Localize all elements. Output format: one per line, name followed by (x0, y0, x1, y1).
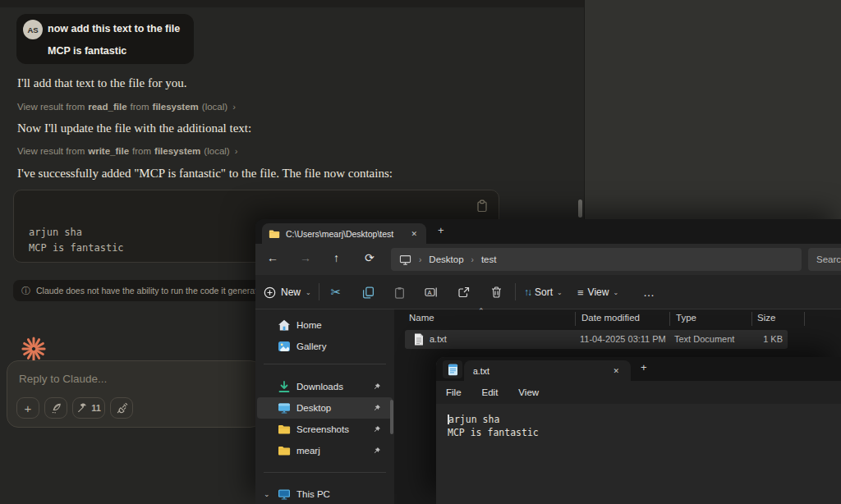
svg-text:A: A (428, 289, 432, 296)
view-button[interactable]: ≡ View ⌄ (577, 282, 618, 303)
column-header-type[interactable]: Type (676, 313, 696, 323)
view-lines-icon: ≡ (577, 286, 584, 299)
chevron-down-icon: ⌄ (557, 289, 563, 296)
forward-icon[interactable]: → (300, 251, 311, 264)
column-header-size[interactable]: Size (757, 313, 775, 323)
text-file-icon (414, 333, 424, 346)
sidebar-item-mearj[interactable]: mearj (257, 440, 393, 461)
menu-file[interactable]: File (446, 387, 462, 397)
chevron-right-icon: › (471, 255, 474, 264)
menu-edit[interactable]: Edit (482, 387, 499, 397)
sidebar-item-this-pc[interactable]: ⌄ This PC (257, 483, 393, 504)
tools-button[interactable]: 11 (72, 397, 105, 419)
menu-view[interactable]: View (518, 387, 539, 397)
reply-composer[interactable]: Reply to Claude... + 11 (7, 360, 262, 428)
trash-icon (491, 286, 502, 298)
sidebar-scrollbar[interactable] (390, 400, 393, 434)
tool-name: read_file (88, 102, 126, 112)
plug-icon (116, 402, 128, 415)
chat-scrollbar[interactable] (578, 199, 582, 218)
pin-icon (373, 404, 381, 412)
sidebar-item-downloads[interactable]: Downloads (257, 376, 393, 397)
rename-icon: A (425, 286, 438, 298)
file-size: 1 KB (732, 334, 783, 344)
claude-titlebar (0, 0, 584, 7)
back-icon[interactable]: ← (267, 251, 278, 264)
paste-button[interactable] (388, 281, 411, 304)
assistant-message: Now I'll update the file with the additi… (17, 121, 251, 135)
reply-input[interactable]: Reply to Claude... (19, 373, 107, 385)
chevron-right-icon: › (232, 102, 236, 112)
copy-button[interactable] (356, 281, 379, 304)
copy-icon[interactable] (476, 199, 488, 213)
up-icon[interactable]: ↑ (333, 251, 339, 264)
pin-icon (373, 383, 381, 391)
ellipsis-icon: … (643, 286, 655, 299)
search-input[interactable]: Searc (808, 248, 841, 271)
more-options-button[interactable]: … (643, 282, 655, 303)
quill-icon (50, 402, 62, 415)
share-button[interactable] (452, 281, 475, 304)
sidebar-item-home[interactable]: Home (257, 314, 393, 336)
assistant-message: I'll add that text to the file for you. (17, 76, 186, 90)
rename-button[interactable]: A (420, 281, 443, 304)
editor-line: arjun sha (448, 414, 499, 425)
user-message-line: now add this text to the file (48, 23, 180, 34)
chevron-down-icon: ⌄ (306, 289, 311, 296)
column-header-date[interactable]: Date modified (581, 313, 640, 323)
file-row-a-txt[interactable]: a.txt 11-04-2025 03:11 PM Text Document … (405, 330, 788, 349)
notepad-titlebar: a.txt ✕ + (436, 357, 841, 381)
cut-button[interactable]: ✂ (324, 281, 347, 304)
folder-icon (269, 229, 280, 239)
breadcrumb-item-desktop[interactable]: Desktop (429, 254, 463, 264)
user-message-bubble: AS now add this text to the file MCP is … (16, 14, 194, 64)
breadcrumb-item-test[interactable]: test (481, 254, 497, 264)
sidebar-item-gallery[interactable]: Gallery (257, 336, 393, 357)
refresh-icon[interactable]: ⟳ (365, 251, 375, 264)
notepad-window: a.txt ✕ + File Edit View arjun sha MCP i… (436, 357, 841, 504)
new-tab-icon[interactable]: + (641, 361, 647, 373)
code-content: arjun sha MCP is fantastic (29, 225, 124, 256)
user-avatar: AS (23, 20, 43, 39)
sidebar-item-desktop[interactable]: Desktop (257, 397, 393, 419)
user-message-line: MCP is fantastic (48, 45, 126, 57)
tools-count: 11 (91, 403, 101, 413)
notepad-tab[interactable]: a.txt ✕ (464, 360, 631, 381)
new-button[interactable]: New ⌄ (264, 282, 311, 303)
sort-ascending-icon: ⌃ (478, 307, 485, 315)
new-tab-icon[interactable]: + (438, 224, 444, 236)
pin-icon (373, 447, 381, 455)
style-button[interactable] (44, 397, 67, 419)
tab-close-icon[interactable]: ✕ (610, 365, 622, 377)
tool-result-link-read-file[interactable]: View result from read_file from filesyst… (17, 102, 236, 112)
file-date: 11-04-2025 03:11 PM (580, 334, 666, 344)
tool-name: write_file (88, 146, 129, 156)
gallery-icon (278, 340, 291, 353)
sort-button[interactable]: ↑↓ Sort ⌄ (524, 282, 563, 303)
file-name: a.txt (430, 334, 447, 344)
tool-server: filesystem (153, 102, 199, 112)
breadcrumb[interactable]: › Desktop › test (391, 248, 802, 271)
column-header-name[interactable]: Name (409, 313, 434, 323)
attach-button[interactable]: + (16, 397, 39, 419)
tab-close-icon[interactable]: ✕ (408, 228, 420, 240)
notepad-editor[interactable]: arjun sha MCP is fantastic (436, 404, 841, 504)
connectors-button[interactable] (110, 397, 133, 419)
notepad-icon (448, 364, 458, 376)
explorer-sidebar: Home Gallery Downloads (255, 309, 394, 504)
chevron-down-icon[interactable]: ⌄ (264, 490, 270, 498)
tool-result-prefix: View result from (17, 146, 85, 156)
notepad-tab-title: a.txt (473, 366, 610, 376)
plus-circle-icon (264, 286, 276, 299)
delete-button[interactable] (485, 281, 508, 304)
explorer-tabstrip: C:\Users\mearj\Desktop\test ✕ + (255, 219, 841, 244)
home-icon (278, 318, 291, 332)
sidebar-item-screenshots[interactable]: Screenshots (257, 419, 393, 440)
chevron-right-icon: › (235, 146, 238, 156)
explorer-command-bar: New ⌄ ✂ A (255, 275, 841, 309)
explorer-tab[interactable]: C:\Users\mearj\Desktop\test ✕ (262, 223, 426, 244)
this-pc-icon (399, 254, 411, 265)
tool-result-link-write-file[interactable]: View result from write_file from filesys… (17, 146, 237, 156)
sort-arrows-icon: ↑↓ (524, 286, 531, 298)
folder-icon (278, 444, 291, 457)
